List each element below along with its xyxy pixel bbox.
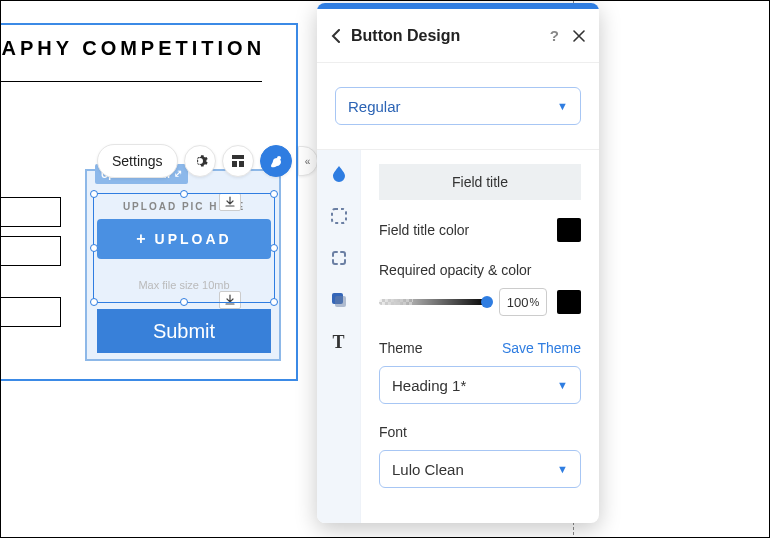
border-tab-icon[interactable] (329, 206, 349, 226)
theme-label: Theme (379, 340, 423, 356)
opacity-value: 100 (507, 295, 529, 310)
svg-rect-0 (232, 155, 244, 159)
panel-body: T Field title Field title color Required… (317, 150, 599, 523)
fill-tab-icon[interactable] (329, 164, 349, 184)
opacity-suffix: % (529, 296, 539, 308)
shadow-tab-icon[interactable] (329, 290, 349, 310)
svg-point-3 (277, 156, 281, 160)
resize-handle-tr[interactable] (270, 190, 278, 198)
chevron-down-icon: ▼ (557, 379, 568, 391)
resize-handle-lc[interactable] (90, 244, 98, 252)
panel-sidebar: T (317, 150, 361, 523)
transparency-pattern (379, 299, 413, 305)
required-color-swatch[interactable] (557, 290, 581, 314)
submit-button-label: Submit (153, 320, 215, 343)
page-title-text: RAPHY COMPETITION (0, 37, 296, 60)
font-label: Font (379, 424, 581, 440)
svg-rect-4 (332, 209, 346, 223)
section-header: Field title (379, 164, 581, 200)
input-box-3[interactable] (0, 297, 61, 327)
field-title-color-label: Field title color (379, 222, 469, 238)
layout-icon[interactable] (222, 145, 254, 177)
text-tab-icon[interactable]: T (329, 332, 349, 352)
theme-select-value: Heading 1* (392, 377, 466, 394)
resize-handle-bc[interactable] (180, 298, 188, 306)
style-select-value: Regular (348, 98, 401, 115)
close-icon[interactable] (573, 30, 585, 42)
save-theme-link[interactable]: Save Theme (502, 340, 581, 356)
resize-handle-br[interactable] (270, 298, 278, 306)
back-icon[interactable] (331, 29, 341, 43)
settings-button[interactable]: Settings (97, 144, 178, 178)
corners-tab-icon[interactable] (329, 248, 349, 268)
gear-icon[interactable] (184, 145, 216, 177)
resize-handle-bl[interactable] (90, 298, 98, 306)
theme-select[interactable]: Heading 1* ▼ (379, 366, 581, 404)
font-select-value: Lulo Clean (392, 461, 464, 478)
help-icon[interactable]: ? (550, 27, 559, 44)
selection-frame[interactable] (93, 193, 275, 303)
slider-thumb[interactable] (481, 296, 493, 308)
required-opacity-label: Required opacity & color (379, 262, 581, 278)
required-opacity-row: Required opacity & color 100 % (379, 262, 581, 316)
field-title-color-swatch[interactable] (557, 218, 581, 242)
chevron-down-icon: ▼ (557, 100, 568, 112)
submit-button[interactable]: Submit (97, 309, 271, 353)
svg-rect-1 (232, 161, 237, 167)
svg-rect-2 (239, 161, 244, 167)
panel-content: Field title Field title color Required o… (361, 150, 599, 523)
resize-handle-rc[interactable] (270, 244, 278, 252)
svg-rect-6 (335, 296, 346, 307)
opacity-slider[interactable] (379, 299, 489, 305)
horizontal-rule (0, 81, 262, 82)
input-box-1[interactable] (0, 197, 61, 227)
resize-handle-tc[interactable] (180, 190, 188, 198)
resize-handle-tl[interactable] (90, 190, 98, 198)
font-select[interactable]: Lulo Clean ▼ (379, 450, 581, 488)
panel-title: Button Design (351, 27, 460, 45)
input-box-2[interactable] (0, 236, 61, 266)
element-toolbar: Settings « (97, 142, 318, 180)
chevron-down-icon: ▼ (557, 463, 568, 475)
paint-icon[interactable] (260, 145, 292, 177)
panel-header: Button Design ? (317, 9, 599, 63)
style-select[interactable]: Regular ▼ (335, 87, 581, 125)
design-panel: Button Design ? Regular ▼ T (317, 3, 599, 523)
settings-button-label: Settings (112, 153, 163, 169)
opacity-input[interactable]: 100 % (499, 288, 547, 316)
toolbar-more-icon[interactable]: « (298, 146, 318, 176)
field-title-color-row: Field title color (379, 218, 581, 242)
